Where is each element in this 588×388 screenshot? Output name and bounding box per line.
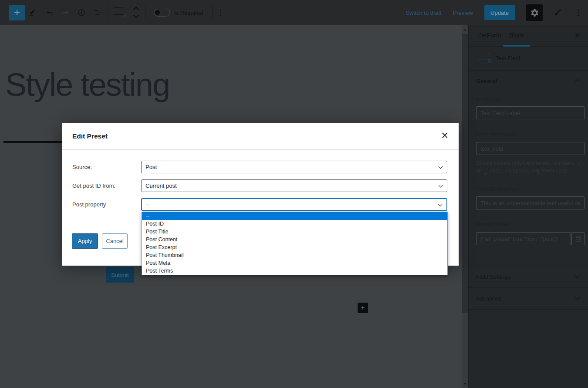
block-appender-plus-button[interactable]: + [358, 303, 368, 313]
get-post-id-select[interactable]: Current post [141, 179, 447, 192]
chevron-down-icon [438, 202, 443, 207]
panel-field-settings[interactable]: Field Settings [469, 266, 588, 288]
dropdown-option[interactable]: Post Content [142, 236, 447, 243]
post-property-select[interactable]: -- [141, 198, 447, 211]
chevron-down-icon [574, 273, 580, 278]
post-title[interactable]: Style testing [5, 66, 169, 103]
dropdown-option[interactable]: Post ID [142, 220, 447, 228]
form-field-name-label: Form field name [476, 132, 515, 138]
block-card: A Text Field [469, 47, 588, 71]
scroll-down-icon[interactable]: ▼ [462, 382, 468, 386]
tab-jetform[interactable]: JetForm [479, 32, 501, 39]
field-label-input[interactable] [476, 106, 585, 119]
block-mover[interactable] [132, 5, 141, 20]
cancel-button[interactable]: Cancel [102, 233, 128, 249]
settings-sidebar: JetForm Block × A Text Field General Fie… [468, 25, 588, 388]
plus-icon: + [14, 7, 20, 18]
dropdown-option[interactable]: -- [142, 212, 447, 220]
toolbar-divider [212, 5, 213, 20]
topbar-right-actions: Switch to draft Preview Update [406, 0, 582, 25]
editor-topbar: + A Is Required [0, 0, 588, 25]
preset-database-button[interactable] [571, 232, 585, 245]
is-required-toggle[interactable] [154, 9, 170, 17]
form-submit-button[interactable]: Submit [106, 267, 134, 283]
modal-header: Edit Preset × [62, 123, 459, 150]
info-icon[interactable] [77, 8, 86, 17]
is-required-label: Is Required [174, 10, 203, 16]
text-field-block-icon[interactable]: A [113, 7, 127, 18]
scrollbar-thumb[interactable] [462, 34, 468, 313]
panel-general[interactable]: General [469, 71, 588, 92]
undo-icon[interactable] [45, 8, 54, 17]
source-label: Source: [72, 164, 138, 170]
dropdown-option[interactable]: Post Terms [142, 267, 447, 275]
chevron-down-icon [439, 165, 443, 169]
sidebar-tabs: JetForm Block × [469, 25, 588, 47]
more-options-kebab-icon[interactable] [574, 9, 582, 17]
dropdown-option[interactable]: Post Excerpt [142, 243, 447, 251]
text-field-block-icon: A [478, 53, 492, 63]
block-inserter-button[interactable]: + [9, 5, 25, 20]
toggle-knob [155, 10, 160, 15]
list-view-icon[interactable] [93, 8, 102, 17]
chevron-up-icon [574, 79, 580, 85]
database-icon [574, 235, 582, 243]
move-up-icon[interactable] [133, 7, 139, 12]
post-property-label: Post property [72, 201, 138, 208]
dropdown-option[interactable]: Post Thumbnail [142, 251, 447, 259]
switch-to-draft-link[interactable]: Switch to draft [406, 10, 441, 16]
panel-advanced[interactable]: Advanced [469, 288, 588, 310]
tools-pencil-icon[interactable] [28, 8, 37, 17]
close-icon[interactable]: × [441, 128, 448, 142]
post-property-dropdown: -- Post ID Post Title Post Content Post … [142, 212, 448, 275]
update-button[interactable]: Update [484, 5, 515, 20]
toolbar-divider [108, 5, 108, 20]
redo-icon [61, 8, 70, 17]
gear-icon [530, 8, 539, 17]
field-label-label: Field Label [476, 97, 503, 103]
block-options-kebab-icon[interactable] [216, 9, 224, 17]
canvas-scrollbar[interactable]: ▲ ▼ [462, 25, 468, 388]
move-down-icon[interactable] [133, 13, 139, 18]
preview-link[interactable]: Preview [453, 10, 473, 16]
form-field-name-help: Should contain only Latin letters, numbe… [476, 160, 585, 174]
field-description-input[interactable] [476, 196, 585, 209]
block-icon-rect [113, 7, 124, 15]
edit-preset-modal: Edit Preset × Source: Post Get post ID f… [62, 123, 459, 266]
plus-icon: + [361, 304, 365, 312]
scroll-up-icon[interactable]: ▲ [462, 27, 468, 31]
chevron-down-icon [439, 183, 443, 188]
dropdown-option[interactable]: Post Meta [142, 259, 447, 267]
dropdown-option[interactable]: Post Title [142, 228, 447, 236]
default-value-input[interactable] [476, 232, 571, 245]
source-select[interactable]: Post [141, 161, 447, 173]
modal-title: Edit Preset [72, 132, 108, 140]
toolbar-divider [145, 5, 145, 20]
default-value-label: Default Value [476, 221, 508, 227]
get-post-id-label: Get post ID from: [72, 182, 138, 189]
tab-block[interactable]: Block [509, 32, 524, 39]
editor-screen: + A Is Required [0, 0, 588, 388]
form-field-name-input[interactable] [476, 142, 585, 155]
block-card-title: Text Field [496, 55, 520, 61]
styles-paintbrush-icon[interactable] [554, 8, 563, 17]
chevron-down-icon [574, 294, 580, 300]
field-description-label: Field Description [476, 186, 517, 192]
close-sidebar-icon[interactable]: × [574, 30, 580, 41]
apply-button[interactable]: Apply [72, 233, 98, 249]
block-icon-letter: A [123, 13, 127, 19]
settings-gear-button[interactable] [526, 4, 543, 21]
